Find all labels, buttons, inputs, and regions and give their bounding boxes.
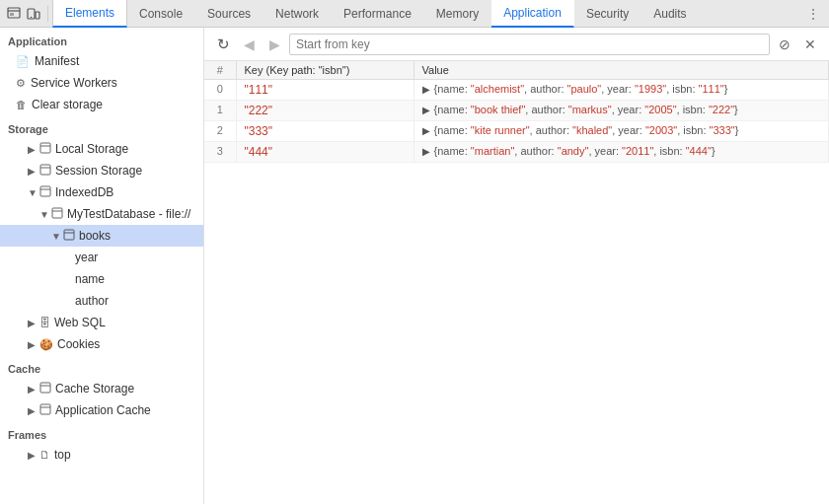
svg-rect-2 (10, 13, 14, 16)
mytestdatabase-icon (51, 207, 63, 221)
application-cache-icon (39, 403, 51, 417)
content-area: ↻ ◀ ▶ ⊘ ✕ # Key (Key path: "isb (204, 28, 829, 504)
table-row[interactable]: 1"222"▶{name: "book thief", author: "mar… (204, 101, 829, 121)
sidebar-item-session-storage[interactable]: ▶ Session Storage (0, 160, 203, 181)
cookies-arrow: ▶ (28, 339, 39, 350)
tab-bar: Elements Console Sources Network Perform… (0, 0, 829, 28)
refresh-icon: ↻ (217, 36, 230, 53)
col-num-header: # (204, 61, 236, 80)
expand-row-arrow[interactable]: ▶ (422, 105, 430, 115)
sidebar-item-web-sql[interactable]: ▶ 🗄 Web SQL (0, 312, 203, 333)
sidebar-item-books[interactable]: ▼ books (0, 225, 203, 247)
cache-storage-icon (39, 382, 51, 396)
forward-button[interactable]: ▶ (264, 34, 285, 55)
clear-storage-icon: 🗑 (16, 99, 27, 110)
sidebar-item-cache-storage[interactable]: ▶ Cache Storage (0, 378, 203, 399)
col-value-header: Value (414, 61, 829, 80)
svg-rect-16 (40, 383, 50, 393)
inspect-icon[interactable] (6, 6, 22, 22)
table-header-row: # Key (Key path: "isbn") Value (204, 61, 829, 80)
sidebar-item-mytestdatabase[interactable]: ▼ MyTestDatabase - file:// (0, 203, 203, 225)
tab-console[interactable]: Console (127, 0, 195, 28)
back-button[interactable]: ◀ (238, 34, 260, 55)
sidebar-item-clear-storage[interactable]: 🗑 Clear storage (0, 94, 203, 115)
cancel-icon: ⊘ (779, 36, 791, 52)
close-button[interactable]: ✕ (799, 34, 821, 55)
storage-section-title: Storage (0, 115, 203, 138)
indexeddb-icon (39, 185, 51, 199)
cache-storage-arrow: ▶ (28, 384, 39, 395)
row-key: "444" (236, 142, 414, 163)
cache-section-title: Cache (0, 355, 203, 378)
svg-rect-14 (64, 230, 74, 240)
session-storage-icon (39, 164, 51, 178)
svg-rect-8 (40, 165, 50, 175)
tab-application[interactable]: Application (491, 0, 574, 28)
tab-memory[interactable]: Memory (424, 0, 491, 28)
records-table: # Key (Key path: "isbn") Value 0"111"▶{n… (204, 61, 829, 163)
indexeddb-arrow: ▼ (28, 187, 39, 198)
more-tabs-button[interactable]: ⋮ (801, 2, 825, 26)
tab-audits[interactable]: Audits (641, 0, 699, 28)
tab-sources[interactable]: Sources (195, 0, 264, 28)
devtools-icons (4, 6, 48, 22)
session-storage-arrow: ▶ (28, 166, 39, 177)
db-toolbar: ↻ ◀ ▶ ⊘ ✕ (204, 28, 829, 61)
sidebar-item-year[interactable]: ▶ year (0, 247, 203, 268)
tab-network[interactable]: Network (264, 0, 332, 28)
application-cache-arrow: ▶ (28, 405, 39, 416)
sidebar-item-cookies[interactable]: ▶ 🍪 Cookies (0, 333, 203, 355)
svg-rect-10 (40, 186, 50, 196)
row-value: ▶{name: "kite runner", author: "khaled",… (414, 121, 829, 142)
key-input[interactable] (289, 34, 770, 55)
sidebar-item-application-cache[interactable]: ▶ Application Cache (0, 399, 203, 421)
forward-icon: ▶ (269, 36, 280, 52)
col-key-header: Key (Key path: "isbn") (236, 61, 414, 80)
table-body: 0"111"▶{name: "alchemist", author: "paul… (204, 80, 829, 163)
refresh-button[interactable]: ↻ (212, 34, 234, 55)
expand-row-arrow[interactable]: ▶ (422, 146, 430, 157)
row-num: 0 (204, 80, 236, 101)
row-value: ▶{name: "book thief", author: "markus", … (414, 101, 829, 121)
sidebar-item-author[interactable]: ▶ author (0, 290, 203, 312)
local-storage-arrow: ▶ (28, 144, 39, 155)
tab-security[interactable]: Security (574, 0, 641, 28)
service-workers-icon: ⚙ (16, 77, 26, 90)
svg-rect-12 (52, 208, 62, 218)
table-row[interactable]: 3"444"▶{name: "martian", author: "andy",… (204, 142, 829, 163)
mytestdatabase-arrow: ▼ (39, 209, 51, 220)
svg-rect-18 (40, 404, 50, 414)
tab-performance[interactable]: Performance (332, 0, 424, 28)
manifest-icon: 📄 (16, 55, 30, 68)
top-icon: 🗋 (39, 449, 50, 461)
expand-row-arrow[interactable]: ▶ (422, 125, 430, 136)
db-table: # Key (Key path: "isbn") Value 0"111"▶{n… (204, 61, 829, 504)
books-arrow: ▼ (51, 231, 63, 242)
sidebar-item-top[interactable]: ▶ 🗋 top (0, 444, 203, 466)
books-icon (63, 229, 75, 243)
sidebar: Application 📄 Manifest ⚙ Service Workers… (0, 28, 204, 504)
frames-section-title: Frames (0, 421, 203, 444)
sidebar-item-local-storage[interactable]: ▶ Local Storage (0, 138, 203, 160)
web-sql-arrow: ▶ (28, 318, 39, 328)
svg-rect-4 (36, 12, 39, 19)
table-row[interactable]: 2"333"▶{name: "kite runner", author: "kh… (204, 121, 829, 142)
svg-rect-6 (40, 143, 50, 153)
row-value: ▶{name: "alchemist", author: "paulo", ye… (414, 80, 829, 101)
application-section-title: Application (0, 28, 203, 50)
table-row[interactable]: 0"111"▶{name: "alchemist", author: "paul… (204, 80, 829, 101)
sidebar-item-indexeddb[interactable]: ▼ IndexedDB (0, 181, 203, 203)
local-storage-icon (39, 142, 51, 156)
sidebar-item-service-workers[interactable]: ⚙ Service Workers (0, 72, 203, 94)
sidebar-item-manifest[interactable]: 📄 Manifest (0, 50, 203, 72)
sidebar-item-name[interactable]: ▶ name (0, 268, 203, 290)
expand-row-arrow[interactable]: ▶ (422, 84, 430, 95)
row-key: "333" (236, 121, 414, 142)
tab-elements[interactable]: Elements (52, 0, 127, 28)
device-icon[interactable] (26, 6, 41, 22)
row-key: "111" (236, 80, 414, 101)
row-num: 3 (204, 142, 236, 163)
row-num: 1 (204, 101, 236, 121)
close-icon: ✕ (804, 36, 816, 52)
cancel-button[interactable]: ⊘ (774, 34, 795, 55)
